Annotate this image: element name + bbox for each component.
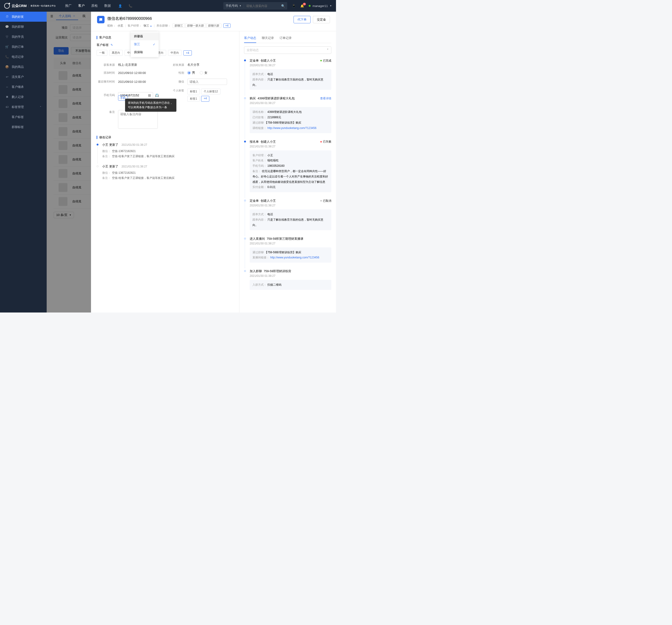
device-icon[interactable]: 📱 <box>292 4 296 8</box>
dd-item[interactable]: 师馨薇 <box>131 32 159 40</box>
nav-customer[interactable]: 客户 <box>78 4 85 8</box>
person-icon[interactable]: 👤 <box>118 4 122 8</box>
sidebar: ⏱我的好友💬我的群聊▽我的学员🛒我的订单📞电话记录📦我的商品↩流失客户↔客户继承… <box>0 12 47 312</box>
activity-item: 报名单创建人小王已失败2021/01/30 01:38:27客户经理：小王客户姓… <box>244 140 331 192</box>
note-textarea[interactable] <box>118 110 158 129</box>
history-item: 小王 更新了2021/01/30 01:38:27微信：空值-136721828… <box>97 143 234 159</box>
sec-customer-info: 客户信息 <box>99 35 111 40</box>
logo-icon <box>4 3 10 9</box>
proxy-order-button[interactable]: 代下单 <box>293 16 311 23</box>
sidebar-icon: ⏱ <box>5 15 9 19</box>
tags-label: 客户标签 <box>97 43 109 47</box>
sidebar-item[interactable]: ↔客户继承 <box>0 82 47 92</box>
customer-meta: 昵称： 小王 | 客户经理： 张三 ▲ | 所在群聊： 群聊三群聊一群大群群聊六… <box>107 24 293 28</box>
phone-icon[interactable]: 📞 <box>128 4 132 8</box>
sidebar-item[interactable]: ↩流失客户 <box>0 72 47 82</box>
chevron-up-icon: ⌃ <box>40 106 42 108</box>
logo[interactable]: 云朵CRM 教育机构一站式服务云平台 <box>4 3 56 9</box>
view-detail[interactable]: 查看详情 <box>320 97 331 101</box>
info-grid: 获客来源线上-北京昱新 好友来源名片分享 添加时间2021/09/10 12:0… <box>97 58 234 131</box>
sidebar-icon: ▽ <box>5 35 9 39</box>
activity-item: 定金单创建人小王已取消2020/01/30 01:38:27跟单方式：电话跟单内… <box>244 199 331 230</box>
customer-tag[interactable]: 一般 <box>97 50 107 56</box>
gender-radio[interactable]: 男 女 <box>187 71 208 75</box>
drawer-header: 微信名称6789990000966 昵称： 小王 | 客户经理： 张三 ▲ | … <box>91 12 336 31</box>
sidebar-item[interactable]: 📦我的商品 <box>0 62 47 72</box>
activity-filter-select[interactable]: 全部动态▼ <box>244 46 331 54</box>
sidebar-icon: ↩ <box>5 75 9 79</box>
sidebar-item[interactable]: 🏷标签管理⌃ <box>0 102 47 112</box>
sidebar-item[interactable]: ⏱我的好友 <box>0 12 47 22</box>
sidebar-item[interactable]: 🛒我的订单 <box>0 42 47 52</box>
logo-text: 云朵CRM <box>12 4 27 8</box>
sidebar-icon: 💬 <box>5 25 9 28</box>
qr-icon[interactable]: ▦ <box>148 93 151 97</box>
personal-tag[interactable]: 标签1 <box>187 89 200 95</box>
tab-chat[interactable]: 聊天记录 <box>262 35 274 43</box>
phone-tooltip: 查询到此手机号码在系统中已存在，可以将两条客户数据合并为一条 <box>125 99 176 112</box>
online-dot <box>309 5 311 7</box>
group-more[interactable]: +4 <box>223 24 231 28</box>
sec-history: 修改记录 <box>99 135 111 140</box>
drawer-left: 客户信息 客户标签 ✎ 一般高意向中意向一般高意向中意向+4 获客来源线上-北京… <box>91 31 239 312</box>
personal-tag[interactable]: 个人标签12 <box>201 89 220 95</box>
user-menu[interactable]: manager11 ▼ <box>309 4 332 8</box>
customer-avatar-icon <box>97 16 104 23</box>
sidebar-item[interactable]: 💬我的群聊 <box>0 22 47 32</box>
sidebar-subitem[interactable]: 群聊标签 <box>0 122 47 132</box>
group-chip[interactable]: 群聊六群 <box>206 24 221 28</box>
chevron-down-icon: ▼ <box>330 5 332 7</box>
sidebar-item[interactable]: 📞电话记录 <box>0 52 47 62</box>
top-right: 手机号码 ▼ 🔍 📱 🔔 manager11 ▼ <box>223 2 332 9</box>
search-type-label: 手机号码 <box>225 4 238 8</box>
customer-drawer: 微信名称6789990000966 昵称： 小王 | 客户经理： 张三 ▲ | … <box>91 12 336 312</box>
user-name: manager11 <box>312 4 328 8</box>
dd-item[interactable]: 俱保咏 <box>131 48 159 56</box>
deposit-button[interactable]: 交定金 <box>313 16 330 23</box>
logo-subtitle: 教育机构一站式服务云平台 <box>28 4 56 7</box>
sidebar-icon: 📦 <box>5 65 9 69</box>
sidebar-item[interactable]: ✖删人记录 <box>0 92 47 102</box>
sidebar-subitem[interactable]: 客户标签 <box>0 112 47 122</box>
drawer-right: 客户动态 聊天记录 订单记录 全部动态▼ 定金单创建人小王已完成2020/01/… <box>239 31 336 312</box>
edit-icon[interactable]: ✎ <box>111 43 113 47</box>
tab-activity[interactable]: 客户动态 <box>244 35 256 43</box>
sidebar-icon: 🛒 <box>5 45 9 49</box>
customer-tag[interactable]: 中意向 <box>168 50 182 56</box>
personal-tag[interactable]: 标签1 <box>187 96 200 102</box>
sidebar-icon: ✖ <box>5 95 9 99</box>
activity-item: 进入直播间759-59班第三期理财直播课2021/01/30 01:38:27通… <box>244 237 331 263</box>
bell-icon[interactable]: 🔔 <box>300 4 304 8</box>
search-type-select[interactable]: 手机号码 ▼ <box>223 4 244 8</box>
top-nav: 推广 客户 质检 数据 <box>65 4 111 8</box>
activity-item: 加入群聊759-59班理财训练营2021/01/30 01:38:27入群方式：… <box>244 269 331 290</box>
customer-tag[interactable]: 高意向 <box>109 50 123 56</box>
group-chip[interactable]: 群聊一群大群 <box>185 24 206 28</box>
customer-title: 微信名称6789990000966 <box>107 16 293 21</box>
topbar: 云朵CRM 教育机构一站式服务云平台 推广 客户 质检 数据 👤 📞 手机号码 … <box>0 0 336 12</box>
wechat-input[interactable] <box>187 79 227 85</box>
sidebar-icon: 📞 <box>5 55 9 58</box>
search-input[interactable] <box>244 4 279 8</box>
tab-orders[interactable]: 订单记录 <box>280 35 292 43</box>
group-chip[interactable]: 群聊三 <box>172 24 185 28</box>
chevron-down-icon: ▼ <box>239 5 241 7</box>
nav-promo[interactable]: 推广 <box>65 4 72 8</box>
right-tabs: 客户动态 聊天记录 订单记录 <box>244 35 331 43</box>
tag-more[interactable]: +4 <box>184 50 192 55</box>
dd-item[interactable]: 张三✓ <box>131 40 159 48</box>
sidebar-icon: 🏷 <box>5 105 9 109</box>
nav-qc[interactable]: 质检 <box>91 4 98 8</box>
contact-icon[interactable]: 📇 <box>155 93 159 97</box>
nav-data[interactable]: 数据 <box>104 4 111 8</box>
search-combo: 手机号码 ▼ 🔍 <box>223 2 287 9</box>
tag-more[interactable]: +4 <box>201 96 210 102</box>
sidebar-icon: ↔ <box>5 85 9 89</box>
history-item: 小王 更新了2021/01/30 01:38:27微信：空值-136721828… <box>97 165 234 180</box>
activity-item: 购买4399理财课进阶课程大礼包查看详情2021/01/30 01:38:27课… <box>244 96 331 133</box>
search-icon[interactable]: 🔍 <box>279 4 287 8</box>
manager-dropdown: 师馨薇 张三✓ 俱保咏 <box>131 31 159 57</box>
sidebar-item[interactable]: ▽我的学员 <box>0 32 47 42</box>
activity-item: 定金单创建人小王已完成2020/01/30 01:38:27跟单方式：电话跟单内… <box>244 58 331 90</box>
manager-select[interactable]: 张三 ▲ <box>144 24 152 28</box>
